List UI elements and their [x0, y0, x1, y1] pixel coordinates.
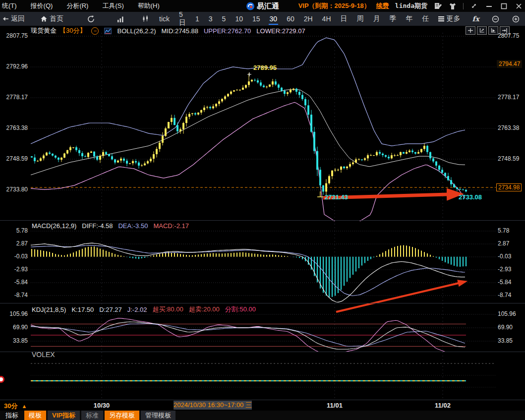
footer-tab-3[interactable]: 标准 [81, 411, 103, 420]
kdj-axis-label-left: 69.90 [0, 324, 28, 331]
bar-chart-button[interactable] [117, 15, 125, 23]
footer-tab-1[interactable]: 模板 [24, 411, 46, 420]
period-button-4H[interactable]: 4H [321, 13, 332, 25]
indicator-name[interactable]: BOLL(26,2.2) [117, 27, 156, 35]
kdj-axis-label-right: 105.96 [498, 310, 516, 317]
price-axis-label-left: 2748.59 [0, 155, 28, 162]
period-button-tick[interactable]: tick [158, 13, 171, 25]
period-button-5[interactable]: 5 [221, 13, 227, 25]
candlestick-icon [141, 15, 150, 23]
period-tag: 【30分】 [59, 26, 86, 35]
zoom-out-icon [491, 15, 500, 23]
kdj-split-value: 分割:50.00 [225, 305, 256, 314]
period-button-15[interactable]: 15 [251, 13, 261, 25]
macd-axis-label-right: -8.74 [498, 292, 511, 299]
refresh-button[interactable] [87, 15, 95, 23]
chart-area: 现货黄金 【30分】 − BOLL(26,2.2) MID:2745.88 UP… [0, 26, 525, 411]
zoom-out-button[interactable] [491, 15, 500, 23]
x-date-1: 10/30 [89, 402, 114, 409]
record-dot-icon[interactable] [0, 376, 4, 383]
macd-axis-label-left: -8.74 [0, 292, 28, 299]
period-badge[interactable]: 30分 ▲ [4, 402, 27, 411]
chart-toolbar: 返回 首页 tick5日135101530602H4H日周月季年任 更多 fx [0, 12, 525, 26]
reference-price-marker: 2794.47 [497, 60, 522, 68]
more-button[interactable]: 更多 [438, 14, 461, 23]
axis-scale-right-icon[interactable] [488, 26, 498, 35]
maximize-icon[interactable] [499, 1, 508, 10]
chart-pan-icon[interactable] [466, 26, 475, 35]
triangle-up-icon: ▲ [21, 403, 27, 409]
footer-tab-bar: 指标模板VIP指标标准另存模板管理模板 [0, 411, 525, 420]
price-axis-label-left: 2763.38 [0, 124, 28, 131]
menu-item-3[interactable]: 工具(S) [102, 1, 123, 10]
window-divider [463, 3, 464, 9]
period-button-60[interactable]: 60 [286, 13, 295, 25]
theme-skin-icon[interactable] [448, 1, 457, 10]
axis-scale-left-icon[interactable] [477, 26, 487, 35]
hamburger-icon [438, 16, 445, 22]
zoom-in-icon [512, 15, 520, 23]
footer-tab-0[interactable]: 指标 [1, 411, 23, 420]
macd-axis-label-left: -5.84 [0, 279, 28, 286]
x-date-2: 11/01 [323, 402, 346, 409]
home-button[interactable]: 首页 [40, 14, 63, 23]
macd-dea-value: DEA:-3.50 [118, 222, 148, 230]
home-label: 首页 [50, 14, 63, 23]
period-button-3[interactable]: 3 [208, 13, 214, 25]
minimize-icon[interactable] [484, 1, 493, 10]
period-button-1[interactable]: 1 [194, 13, 200, 25]
macd-axis-label-left: 5.78 [0, 227, 28, 234]
volex-name[interactable]: VOLEX [32, 351, 55, 359]
macd-axis-label-right: -5.84 [498, 279, 511, 286]
collapse-indicator-icon[interactable]: − [91, 27, 99, 35]
period-button-任[interactable]: 任 [421, 13, 430, 25]
kdj-oversold-value: 超卖:20.00 [189, 305, 220, 314]
last-price-label: 2733.08 [459, 193, 482, 201]
period-button-10[interactable]: 10 [234, 13, 244, 25]
period-button-2H[interactable]: 2H [303, 13, 314, 25]
kdj-name[interactable]: KDJ(21,8,5) [32, 306, 66, 313]
zoom-in-button[interactable] [512, 15, 520, 23]
macd-axis-label-left: 2.87 [0, 240, 28, 247]
menu-item-0[interactable]: 统(T) [2, 1, 17, 10]
macd-hist-value: MACD:-2.17 [153, 222, 189, 230]
period-button-季[interactable]: 季 [389, 13, 398, 25]
period-badge-label: 30分 [4, 402, 17, 411]
menu-item-2[interactable]: 分析(R) [66, 1, 88, 10]
back-button[interactable]: 返回 [2, 14, 25, 23]
home-icon [40, 15, 48, 22]
price-axis-label-left: 2792.96 [0, 63, 28, 70]
macd-axis-label-left: -0.03 [0, 253, 28, 260]
menu-item-4[interactable]: 帮助(H) [138, 1, 160, 10]
restore-size-icon[interactable] [469, 1, 478, 10]
macd-panel-header: MACD(26,12,9) DIFF:-4.58 DEA:-3.50 MACD:… [32, 222, 189, 230]
close-icon[interactable] [514, 1, 523, 10]
period-button-周[interactable]: 周 [356, 13, 365, 25]
price-axis-label-right: 2807.75 [498, 32, 519, 39]
period-button-日[interactable]: 日 [340, 13, 349, 25]
period-button-30[interactable]: 30 [269, 13, 279, 25]
menu-item-1[interactable]: 报价(Q) [31, 1, 53, 10]
toolbar-right-group: 更多 fx [438, 14, 525, 23]
kdj-axis-label-left: 33.85 [0, 337, 28, 344]
macd-name[interactable]: MACD(26,12,9) [32, 222, 76, 230]
boll-lower-value: LOWER:2729.07 [256, 27, 305, 35]
period-button-年[interactable]: 年 [405, 13, 414, 25]
price-axis-label-left: 2778.17 [0, 94, 28, 101]
price-axis-label-right: 2748.59 [498, 155, 519, 162]
formula-fx-button[interactable]: fx [472, 15, 479, 23]
footer-tab-5[interactable]: 管理模板 [141, 411, 175, 420]
current-price-marker: 2734.98 [496, 183, 522, 191]
footer-tab-2[interactable]: VIP指标 [48, 411, 80, 420]
chart-type-icon[interactable] [104, 28, 112, 34]
period-button-月[interactable]: 月 [372, 13, 381, 25]
kdj-axis-label-left: 105.96 [0, 310, 28, 317]
footer-tab-4[interactable]: 另存模板 [105, 411, 139, 420]
crosshair-datetime-box: 2024/10/30 16:30~17:00 三 [174, 401, 252, 410]
kdj-axis-label-right: 69.90 [498, 324, 513, 331]
kdj-overbought-value: 超买:80.00 [153, 305, 183, 314]
app-window: 统(T)报价(Q)分析(R)工具(S)帮助(H) 易汇通 VIP（到期：2025… [0, 0, 525, 420]
macd-layer [31, 243, 466, 302]
candle-chart-button[interactable] [141, 15, 150, 23]
boll-mid-value: MID:2745.88 [162, 27, 198, 35]
